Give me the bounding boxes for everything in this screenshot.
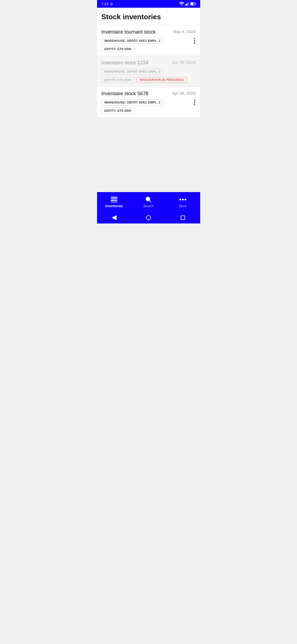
- search-icon: [145, 196, 152, 203]
- svg-rect-4: [189, 2, 189, 6]
- more-menu-button-1[interactable]: [193, 36, 196, 45]
- inventory-date-3: Apr 26, 2020: [172, 91, 196, 95]
- card-header-2: Inventaire stock 1234 Apr 28, 2020: [101, 60, 196, 66]
- more-dot: [194, 42, 195, 43]
- svg-rect-3: [188, 2, 188, 6]
- svg-marker-17: [112, 215, 117, 220]
- tags-row-3: WAREHOUSE: DÉPÔT AVEC EMPL. 2: [101, 99, 196, 105]
- tags-row-2: WAREHOUSE: DÉPÔT AVEC EMPL. 2: [101, 69, 196, 75]
- inventory-title-3: Inventaire stock 5678: [101, 91, 170, 97]
- svg-point-12: [146, 197, 150, 201]
- tags-row-2b: ENTITY: ETS DDR INTEGRATION IN PROGRESS: [101, 77, 196, 83]
- svg-rect-1: [185, 4, 186, 6]
- svg-rect-7: [191, 3, 193, 5]
- more-dot: [194, 40, 195, 41]
- tags-row-1b: ENTITY: ETS DDR: [101, 46, 196, 52]
- inventory-list: Inventaire tournant stock May 4, 2020 WA…: [97, 25, 200, 192]
- signal-icon: [185, 2, 189, 6]
- status-left: 7:23 ⊘: [101, 2, 113, 6]
- svg-rect-8: [111, 197, 117, 198]
- status-bar: 7:23 ⊘: [97, 0, 200, 8]
- card-header-3: Inventaire stock 5678 Apr 26, 2020: [101, 91, 196, 97]
- card-header-1: Inventaire tournant stock May 4, 2020: [101, 29, 196, 35]
- more-dot: [194, 38, 195, 39]
- svg-rect-9: [111, 198, 117, 199]
- more-dot: [194, 102, 195, 103]
- svg-rect-6: [195, 3, 196, 4]
- home-button[interactable]: [144, 213, 153, 222]
- wifi-icon: [179, 2, 184, 6]
- svg-rect-19: [181, 216, 185, 220]
- svg-rect-10: [111, 200, 117, 201]
- tab-inventories[interactable]: Inventories: [97, 196, 131, 208]
- page-title: Stock inventories: [101, 13, 196, 21]
- tab-more[interactable]: More: [166, 196, 200, 208]
- inventory-item-3[interactable]: Inventaire stock 5678 Apr 26, 2020 WAREH…: [97, 87, 200, 118]
- recents-button[interactable]: [178, 213, 187, 222]
- list-icon: [111, 196, 118, 203]
- svg-point-15: [182, 199, 184, 201]
- entity-tag-1: ENTITY: ETS DDR: [101, 46, 134, 52]
- status-icon: ⊘: [110, 2, 113, 6]
- svg-point-16: [185, 199, 186, 201]
- inventory-item-1[interactable]: Inventaire tournant stock May 4, 2020 WA…: [97, 25, 200, 56]
- more-menu-button-3[interactable]: [193, 98, 196, 107]
- tab-search[interactable]: Search: [131, 196, 166, 208]
- inventory-date-2: Apr 28, 2020: [172, 60, 196, 65]
- inventory-date-1: May 4, 2020: [173, 29, 196, 34]
- svg-point-14: [179, 199, 181, 201]
- app-header: Stock inventories: [97, 8, 200, 25]
- svg-point-0: [181, 5, 182, 6]
- inventory-title-1: Inventaire tournant stock: [101, 29, 171, 35]
- svg-line-13: [150, 201, 152, 203]
- more-dots-icon: [179, 196, 186, 203]
- back-button[interactable]: [110, 213, 119, 222]
- status-time: 7:23: [101, 2, 108, 6]
- more-dot: [194, 99, 195, 101]
- svg-rect-2: [186, 3, 187, 6]
- tab-search-label: Search: [143, 204, 154, 208]
- inventory-item-2[interactable]: Inventaire stock 1234 Apr 28, 2020 WAREH…: [97, 56, 200, 87]
- svg-point-18: [146, 215, 151, 220]
- more-dot: [194, 104, 195, 105]
- svg-rect-11: [111, 202, 117, 202]
- warehouse-tag-3: WAREHOUSE: DÉPÔT AVEC EMPL. 2: [101, 99, 164, 105]
- warehouse-tag-2: WAREHOUSE: DÉPÔT AVEC EMPL. 2: [101, 69, 164, 75]
- entity-tag-2: ENTITY: ETS DDR: [101, 77, 134, 83]
- status-right: [179, 2, 196, 6]
- entity-tag-3: ENTITY: ETS DDR: [101, 108, 134, 114]
- android-nav-bar: [97, 212, 200, 223]
- inventory-title-2: Inventaire stock 1234: [101, 60, 170, 66]
- tags-row-3b: ENTITY: ETS DDR: [101, 108, 196, 114]
- warehouse-tag-1: WAREHOUSE: DÉPÔT AVEC EMPL. 1: [101, 38, 164, 44]
- status-tag-2: INTEGRATION IN PROGRESS: [136, 77, 187, 83]
- tab-more-label: More: [179, 204, 186, 208]
- tags-row-1: WAREHOUSE: DÉPÔT AVEC EMPL. 1: [101, 38, 196, 44]
- battery-icon: [190, 2, 196, 6]
- tab-inventories-label: Inventories: [105, 204, 123, 208]
- bottom-navigation: Inventories Search More: [97, 192, 200, 212]
